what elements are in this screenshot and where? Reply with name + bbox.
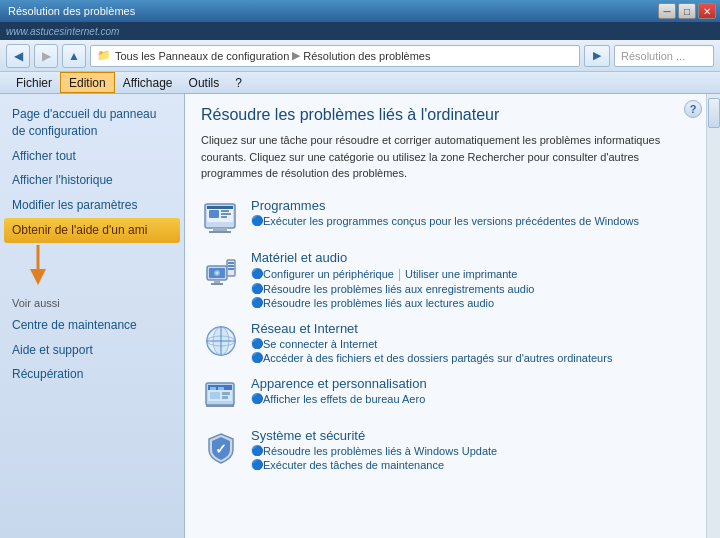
category-list: Programmes 🔵 Exécuter les programmes con…: [201, 198, 704, 471]
category-materiel-links: 🔵 Configurer un périphérique | Utiliser …: [251, 267, 704, 281]
category-programmes-content: Programmes 🔵 Exécuter les programmes con…: [251, 198, 704, 227]
menu-aide[interactable]: ?: [227, 72, 250, 93]
category-apparence-title[interactable]: Apparence et personnalisation: [251, 376, 427, 391]
svg-marker-1: [30, 269, 46, 285]
up-button[interactable]: ▲: [62, 44, 86, 68]
programmes-icon: [201, 198, 241, 238]
title-bar: Résolution des problèmes ─ □ ✕: [0, 0, 720, 22]
svg-rect-19: [214, 280, 220, 283]
svg-rect-9: [221, 213, 231, 215]
sidebar-item-accueil[interactable]: Page d'accueil du panneau de configurati…: [0, 102, 184, 144]
go-button[interactable]: ▶: [584, 45, 610, 67]
category-apparence-links: 🔵 Afficher les effets de bureau Aero: [251, 393, 704, 405]
svg-text:✓: ✓: [215, 441, 227, 457]
minimize-button[interactable]: ─: [658, 3, 676, 19]
svg-rect-10: [221, 216, 227, 218]
category-securite-content: Système et sécurité 🔵 Résoudre les probl…: [251, 428, 704, 471]
svg-rect-20: [211, 283, 223, 285]
sidebar-item-historique[interactable]: Afficher l'historique: [0, 168, 184, 193]
main-area: Page d'accueil du panneau de configurati…: [0, 94, 720, 538]
nav-bar: ◀ ▶ ▲ 📁 Tous les Panneaux de configurati…: [0, 40, 720, 72]
sidebar-item-maintenance[interactable]: Centre de maintenance: [0, 313, 184, 338]
back-button[interactable]: ◀: [6, 44, 30, 68]
category-reseau-content: Réseau et Internet 🔵 Se connecter à Inte…: [251, 321, 704, 364]
category-apparence: Apparence et personnalisation 🔵 Afficher…: [201, 376, 704, 416]
apparence-icon: [201, 376, 241, 416]
reseau-icon: [201, 321, 241, 361]
link-taches-maintenance[interactable]: Exécuter des tâches de maintenance: [263, 459, 444, 471]
menu-outils[interactable]: Outils: [181, 72, 228, 93]
maximize-button[interactable]: □: [678, 3, 696, 19]
sec-link-icon1: 🔵: [251, 445, 263, 456]
category-securite-links1: 🔵 Résoudre les problèmes liés à Windows …: [251, 445, 704, 457]
content-panel: ? Résoudre les problèmes liés à l'ordina…: [185, 94, 720, 538]
svg-rect-33: [218, 387, 224, 390]
category-materiel-content: Matériel et audio 🔵 Configurer un périph…: [251, 250, 704, 309]
sec-link-icon2: 🔵: [251, 459, 263, 470]
category-materiel-title[interactable]: Matériel et audio: [251, 250, 347, 265]
svg-rect-17: [228, 265, 234, 267]
svg-rect-7: [209, 210, 219, 218]
category-materiel: Matériel et audio 🔵 Configurer un périph…: [201, 250, 704, 309]
menu-fichier[interactable]: Fichier: [8, 72, 60, 93]
category-programmes: Programmes 🔵 Exécuter les programmes con…: [201, 198, 704, 238]
link-dossiers-partages[interactable]: Accéder à des fichiers et des dossiers p…: [263, 352, 612, 364]
category-reseau-title[interactable]: Réseau et Internet: [251, 321, 358, 336]
forward-button[interactable]: ▶: [34, 44, 58, 68]
scrollbar[interactable]: [706, 94, 720, 538]
address-part1: Tous les Panneaux de configuration: [115, 50, 289, 62]
svg-rect-8: [221, 210, 229, 212]
link-sep1: |: [398, 267, 401, 281]
menu-affichage[interactable]: Affichage: [115, 72, 181, 93]
category-programmes-links: 🔵 Exécuter les programmes conçus pour le…: [251, 215, 704, 227]
voir-aussi-title: Voir aussi: [0, 285, 184, 313]
category-materiel-links2: 🔵 Résoudre les problèmes liés aux enregi…: [251, 283, 704, 295]
menu-edition[interactable]: Edition: [60, 72, 115, 93]
mat-link-icon3: 🔵: [251, 297, 263, 308]
arrow-indicator-icon: [30, 245, 46, 285]
link-windows-update[interactable]: Résoudre les problèmes liés à Windows Up…: [263, 445, 497, 457]
svg-point-14: [216, 271, 219, 274]
sidebar-item-aide-ami[interactable]: Obtenir de l'aide d'un ami: [4, 218, 180, 243]
category-securite-links2: 🔵 Exécuter des tâches de maintenance: [251, 459, 704, 471]
svg-rect-16: [228, 262, 234, 264]
menu-bar: Fichier Edition Affichage Outils ?: [0, 72, 720, 94]
mat-link-icon2: 🔵: [251, 283, 263, 294]
watermark-bar: www.astucesinternet.com: [0, 22, 720, 40]
link-configurer-peripherique[interactable]: Configurer un périphérique: [263, 268, 394, 280]
link-effets-bureau[interactable]: Afficher les effets de bureau Aero: [263, 393, 425, 405]
svg-rect-32: [210, 387, 216, 390]
category-reseau-links2: 🔵 Accéder à des fichiers et des dossiers…: [251, 352, 704, 364]
sidebar-item-parametres[interactable]: Modifier les paramètres: [0, 193, 184, 218]
address-separator1: ▶: [292, 49, 300, 62]
category-securite-title[interactable]: Système et sécurité: [251, 428, 365, 443]
watermark-text: www.astucesinternet.com: [6, 26, 119, 37]
reseau-link-icon2: 🔵: [251, 352, 263, 363]
svg-rect-6: [209, 231, 231, 233]
sidebar-item-aide-support[interactable]: Aide et support: [0, 338, 184, 363]
category-programmes-title[interactable]: Programmes: [251, 198, 325, 213]
category-apparence-content: Apparence et personnalisation 🔵 Afficher…: [251, 376, 704, 405]
mat-link-icon1: 🔵: [251, 268, 263, 279]
link-enregistrements-audio[interactable]: Résoudre les problèmes liés aux enregist…: [263, 283, 534, 295]
link-connecter-internet[interactable]: Se connecter à Internet: [263, 338, 377, 350]
sidebar-item-recuperation[interactable]: Récupération: [0, 362, 184, 387]
app-link-icon: 🔵: [251, 393, 263, 404]
link-prog-precedent[interactable]: Exécuter les programmes conçus pour les …: [263, 215, 639, 227]
close-button[interactable]: ✕: [698, 3, 716, 19]
link-lectures-audio[interactable]: Résoudre les problèmes liés aux lectures…: [263, 297, 494, 309]
category-securite: ✓ Système et sécurité 🔵 Résoudre les pro…: [201, 428, 704, 471]
address-folder-icon: 📁: [97, 49, 111, 62]
securite-icon: ✓: [201, 428, 241, 468]
title-bar-controls: ─ □ ✕: [658, 3, 716, 19]
link-utiliser-imprimante[interactable]: Utiliser une imprimante: [405, 268, 517, 280]
svg-rect-5: [213, 228, 227, 231]
sidebar-item-afficher-tout[interactable]: Afficher tout: [0, 144, 184, 169]
prog-link-icon: 🔵: [251, 215, 263, 226]
address-bar[interactable]: 📁 Tous les Panneaux de configuration ▶ R…: [90, 45, 580, 67]
svg-rect-18: [228, 268, 234, 270]
category-reseau-links1: 🔵 Se connecter à Internet: [251, 338, 704, 350]
help-button[interactable]: ?: [684, 100, 702, 118]
search-bar[interactable]: Résolution ...: [614, 45, 714, 67]
svg-rect-36: [222, 396, 228, 399]
